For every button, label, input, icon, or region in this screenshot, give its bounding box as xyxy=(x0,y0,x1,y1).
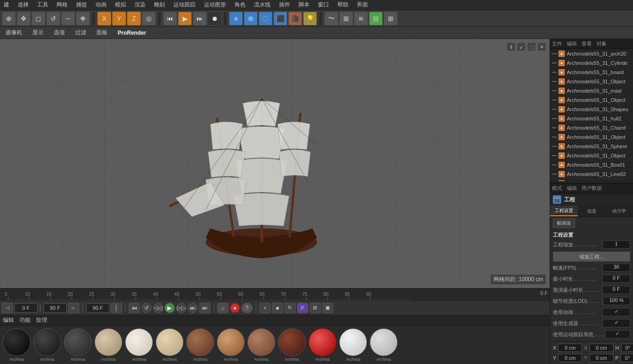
end-frame-btn[interactable]: ▷ xyxy=(68,303,79,313)
menu-build[interactable]: 建 xyxy=(2,1,11,9)
deform-btn[interactable]: ≋ xyxy=(354,12,368,25)
step-back-btn[interactable]: ◁◁ xyxy=(153,303,163,313)
camera-btn[interactable]: 🎥 xyxy=(288,12,302,25)
vp-rotate-ctrl[interactable]: ↙ xyxy=(517,43,525,51)
menu-snap[interactable]: 捕捉 xyxy=(74,1,89,9)
cylinder-btn[interactable]: ⬡ xyxy=(259,12,272,25)
y-axis-btn[interactable]: Y xyxy=(112,12,126,25)
rotate-btn[interactable]: ↺ xyxy=(46,12,60,25)
prop-value-4[interactable]: 100 % xyxy=(603,297,630,305)
coord-x-input[interactable] xyxy=(558,344,582,352)
play-to-start-btn[interactable]: ⏮ xyxy=(163,12,177,25)
filter-menu[interactable]: 过滤 xyxy=(72,28,89,38)
material-item-0[interactable]: Archma xyxy=(3,328,31,362)
material-item-2[interactable]: Archma xyxy=(64,328,92,362)
end-frame-input2[interactable] xyxy=(86,303,109,313)
material-ball-12[interactable] xyxy=(370,328,398,356)
coord-p-input[interactable] xyxy=(620,354,633,362)
scale-btn[interactable]: ◻ xyxy=(32,12,45,25)
obj-item-13[interactable]: ▲ Archmodels55_31_Line02 xyxy=(550,169,633,179)
menu-pipeline[interactable]: 流水线 xyxy=(252,1,272,9)
material-item-3[interactable]: Archma xyxy=(95,328,122,362)
menu-window[interactable]: 窗口 xyxy=(316,1,331,9)
menu-help[interactable]: 帮助 xyxy=(335,1,350,9)
nurbs-btn[interactable]: ⊞ xyxy=(339,12,353,25)
material-item-5[interactable]: Archma xyxy=(156,328,184,362)
material-item-7[interactable]: Archma xyxy=(217,328,245,362)
z-axis-btn[interactable]: Z xyxy=(127,12,141,25)
menu-sculpt[interactable]: 雕刻 xyxy=(152,1,167,9)
obj-item-1[interactable]: ▲ Archmodels55_31_Cylinde xyxy=(550,58,633,68)
spline-btn[interactable]: 〜 xyxy=(324,12,338,25)
material-ball-0[interactable] xyxy=(3,328,31,356)
obj-item-9[interactable]: ▲ Archmodels55_31_Object xyxy=(550,132,633,142)
clip-btn[interactable]: ▣ xyxy=(322,303,333,313)
prop-value-7[interactable]: ✓ xyxy=(605,330,630,339)
record-btn[interactable]: ⏺ xyxy=(208,12,222,25)
material-ball-3[interactable] xyxy=(95,328,122,356)
grid-key-btn[interactable]: ⊞ xyxy=(310,303,321,313)
go-end-btn[interactable]: ⏭ xyxy=(188,303,198,313)
coord-y-input[interactable] xyxy=(558,354,582,362)
new-object-btn[interactable]: ⊕ xyxy=(2,12,16,25)
material-ball-8[interactable] xyxy=(247,328,275,356)
plus-btn[interactable]: ✙ xyxy=(76,12,90,25)
prop-value-2[interactable]: 0 F xyxy=(602,275,630,283)
light-btn[interactable]: 💡 xyxy=(303,12,317,25)
vp-zoom-ctrl[interactable]: ⬚ xyxy=(527,43,536,51)
scale-project-btn[interactable]: 缩放工程... xyxy=(553,251,630,262)
go-start-btn[interactable]: ⏮ xyxy=(129,303,140,313)
play-btn[interactable]: ▶ xyxy=(178,12,192,25)
cube-btn[interactable]: ■ xyxy=(229,12,243,25)
props-edit-menu[interactable]: 编辑 xyxy=(567,185,577,192)
options-menu[interactable]: 选项 xyxy=(51,28,68,38)
plane-btn[interactable]: ⬛ xyxy=(273,12,287,25)
vp-fullscreen-ctrl[interactable]: ✕ xyxy=(538,43,546,51)
coord-h-input[interactable] xyxy=(621,344,633,352)
3d-viewport[interactable]: 网格间距: 10000 cm ⇕ ↙ ⬚ ✕ xyxy=(0,39,550,288)
material-ball-6[interactable] xyxy=(186,328,214,356)
coord-y2-input[interactable] xyxy=(589,354,614,362)
prop-value-6[interactable]: ✓ xyxy=(602,319,630,327)
cam-menu[interactable]: 摄像机 xyxy=(3,28,25,38)
material-item-12[interactable]: Archma xyxy=(370,328,398,362)
material-ball-9[interactable] xyxy=(278,328,306,356)
vp-move-ctrl[interactable]: ⇕ xyxy=(507,43,515,51)
props-tab-dynamics[interactable]: 动力学 xyxy=(605,206,633,216)
sphere-btn[interactable]: ⬟ xyxy=(244,12,258,25)
material-ball-10[interactable] xyxy=(309,328,336,356)
material-item-9[interactable]: Archma xyxy=(278,328,306,362)
auto-key-btn[interactable]: P xyxy=(297,303,308,313)
obj-item-11[interactable]: ▲ Archmodels55_31_Object xyxy=(550,151,633,160)
move-btn[interactable]: ✥ xyxy=(17,12,31,25)
play-to-end-btn[interactable]: ⏭ xyxy=(193,12,207,25)
obj-object-menu[interactable]: 对象 xyxy=(596,40,607,47)
mat-edit-menu[interactable]: 编辑 xyxy=(3,316,14,324)
mat-func-menu[interactable]: 功能 xyxy=(19,316,31,324)
obj-view-menu[interactable]: 查看 xyxy=(582,40,592,47)
add-key-btn[interactable]: + xyxy=(260,303,271,313)
panel-menu[interactable]: 面板 xyxy=(94,28,110,38)
sep-btn[interactable]: │ xyxy=(111,303,122,313)
material-ball-11[interactable] xyxy=(339,328,367,356)
menu-render[interactable]: 渲染 xyxy=(133,1,147,9)
material-ball-5[interactable] xyxy=(156,328,184,356)
obj-item-4[interactable]: ▲ Archmodels55_31_mast xyxy=(550,86,633,95)
menu-motiontrack[interactable]: 运动跟踪 xyxy=(171,1,197,9)
coord-btn[interactable]: ◎ xyxy=(142,12,156,25)
menu-mograph[interactable]: 运动图形 xyxy=(202,1,228,9)
current-frame-input[interactable] xyxy=(14,303,38,313)
material-item-1[interactable]: Archma xyxy=(33,328,61,362)
prop-value-5[interactable]: ✓ xyxy=(602,308,630,316)
menu-mesh[interactable]: 网格 xyxy=(55,1,70,9)
loop-btn[interactable]: ↺ xyxy=(141,303,152,313)
key-tangent-btn[interactable]: ↻ xyxy=(285,303,296,313)
obj-edit-menu[interactable]: 编辑 xyxy=(567,40,577,47)
prop-value-3[interactable]: 0 F xyxy=(602,286,630,294)
scene-btn[interactable]: ⊟ xyxy=(369,12,383,25)
end-frame-input1[interactable] xyxy=(44,303,67,313)
props-tab-settings[interactable]: 工程设置 xyxy=(550,206,578,216)
grid-btn[interactable]: ⊞ xyxy=(384,12,398,25)
props-tab-info[interactable]: 信息 xyxy=(578,206,606,216)
material-item-4[interactable]: Archma xyxy=(125,328,153,362)
